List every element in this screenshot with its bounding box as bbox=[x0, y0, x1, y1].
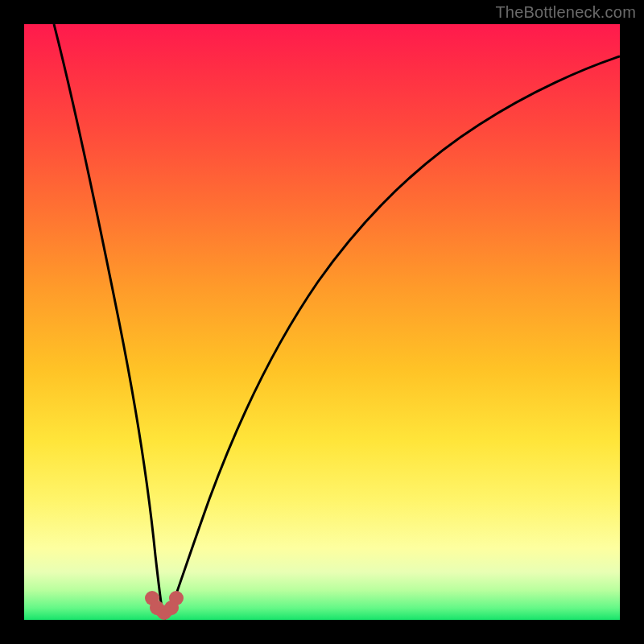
bottleneck-curve bbox=[54, 24, 620, 618]
chart-frame: TheBottleneck.com bbox=[0, 0, 644, 644]
valley-marker bbox=[145, 591, 184, 620]
curve-layer bbox=[24, 24, 620, 620]
plot-area bbox=[24, 24, 620, 620]
watermark-text: TheBottleneck.com bbox=[495, 3, 636, 22]
